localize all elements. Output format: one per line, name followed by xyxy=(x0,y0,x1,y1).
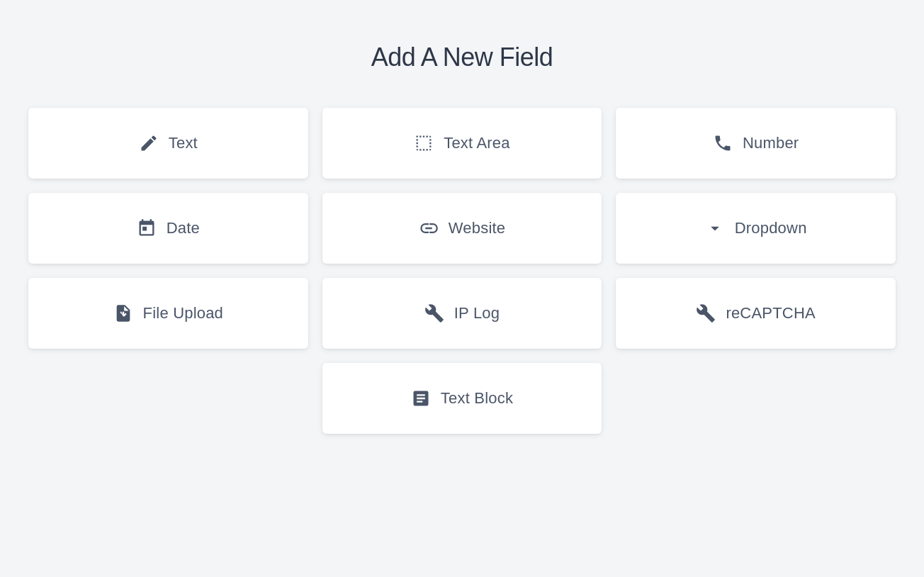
field-label-file-upload: File Upload xyxy=(143,304,223,323)
phone-icon xyxy=(713,133,733,153)
page-title: Add A New Field xyxy=(371,43,553,72)
field-card-number[interactable]: Number xyxy=(616,108,896,179)
empty-cell-left xyxy=(28,363,308,434)
link-icon xyxy=(419,218,439,238)
field-label-number: Number xyxy=(743,134,799,152)
field-grid: Text Text Area Number Date xyxy=(28,108,896,349)
field-card-date[interactable]: Date xyxy=(28,193,308,264)
field-card-file-upload[interactable]: File Upload xyxy=(28,278,308,349)
field-label-text: Text xyxy=(169,134,198,152)
field-card-text-block[interactable]: Text Block xyxy=(322,363,602,434)
field-label-date: Date xyxy=(167,219,200,237)
bottom-row: Text Block xyxy=(28,363,896,434)
field-card-recaptcha[interactable]: reCAPTCHA xyxy=(616,278,896,349)
field-card-website[interactable]: Website xyxy=(322,193,602,264)
field-label-website: Website xyxy=(449,219,505,237)
text-area-icon xyxy=(414,133,434,153)
field-label-dropdown: Dropdown xyxy=(735,219,807,237)
tools2-icon xyxy=(696,303,716,323)
calendar-icon xyxy=(137,218,157,238)
tools-icon xyxy=(424,303,444,323)
dropdown-icon xyxy=(705,218,725,238)
field-label-recaptcha: reCAPTCHA xyxy=(726,304,816,323)
field-card-text-area[interactable]: Text Area xyxy=(322,108,602,179)
field-label-ip-log: IP Log xyxy=(454,304,500,323)
empty-cell-right xyxy=(616,363,896,434)
field-card-dropdown[interactable]: Dropdown xyxy=(616,193,896,264)
field-card-ip-log[interactable]: IP Log xyxy=(322,278,602,349)
field-label-text-area: Text Area xyxy=(444,134,510,152)
edit-icon xyxy=(139,133,159,153)
field-label-text-block: Text Block xyxy=(441,389,513,408)
text-block-icon xyxy=(411,388,431,408)
upload-icon xyxy=(113,303,133,323)
field-card-text[interactable]: Text xyxy=(28,108,308,179)
